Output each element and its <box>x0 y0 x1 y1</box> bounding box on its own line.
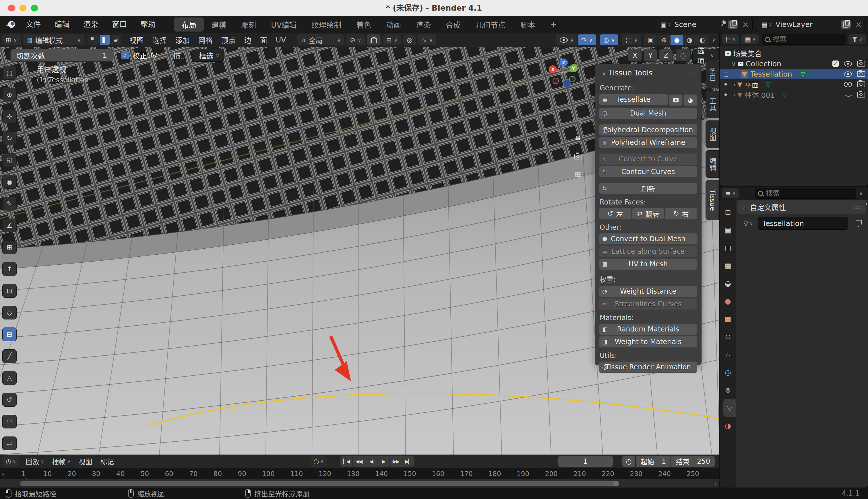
sidebar-tab-tissue[interactable]: Tissue <box>705 180 719 220</box>
disable-render-icon[interactable] <box>857 82 865 87</box>
object-row-tessellation[interactable]: ⬚ › ▼ Tessellation ▽ <box>720 69 868 79</box>
zoom-view-icon[interactable] <box>572 113 584 126</box>
mirror-axis-button[interactable]: Y <box>643 49 657 62</box>
playback-button[interactable]: ◀ <box>365 456 378 466</box>
wireframe-shading-button[interactable]: ⊕ <box>658 35 670 45</box>
orthographic-grid-icon[interactable] <box>572 168 584 181</box>
frame-tick[interactable]: 140 <box>375 470 388 477</box>
timeline-menu-item[interactable]: 标记 <box>96 456 118 466</box>
tool-button[interactable]: ⇌ <box>2 437 17 450</box>
zoom-window-button[interactable] <box>31 4 38 11</box>
mirror-axis-button[interactable]: X <box>628 49 642 62</box>
workspace-tab[interactable]: 雕刻 <box>234 17 263 32</box>
properties-tab[interactable]: ◎ <box>720 363 736 381</box>
properties-tab[interactable]: ⊡ <box>720 203 736 221</box>
tool-button[interactable]: ⊡ <box>2 284 17 298</box>
properties-tab[interactable]: ⊗ <box>720 381 736 399</box>
frame-tick[interactable]: 190 <box>517 470 529 477</box>
playback-button[interactable]: ◀◀ <box>353 456 365 466</box>
rotate-left-button[interactable]: ↺左 <box>599 208 631 219</box>
tool-button[interactable]: ⊞ <box>2 240 17 254</box>
panel-collapse-icon[interactable]: ∨Tissue Tools <box>599 69 653 77</box>
auto-keying-toggle[interactable]: ○∨ <box>310 456 327 466</box>
properties-tab[interactable]: ▦ <box>720 257 736 275</box>
cut-count-field[interactable]: 切割次数 1 <box>10 49 113 62</box>
disable-render-icon[interactable] <box>857 92 865 98</box>
sidebar-tab-view[interactable]: 视图 <box>705 120 719 148</box>
properties-tab[interactable]: ▽ <box>723 399 736 417</box>
tissue-render-animation-button[interactable]: ◎Tissue Render Animation <box>599 361 697 373</box>
timeline-menu-item[interactable]: 视图 <box>74 456 96 466</box>
weight-distance-button[interactable]: ◔Weight Distance <box>599 285 697 297</box>
properties-editor-type-button[interactable]: ≡∨ <box>722 188 739 198</box>
collection-checkbox[interactable]: ✓ <box>832 61 839 67</box>
options-dropdown[interactable]: 选项∨ <box>692 49 719 62</box>
frame-tick[interactable]: 170 <box>460 470 473 477</box>
viewport-menu-item[interactable]: 选择 <box>148 35 171 45</box>
sidebar-tab-tool[interactable]: 工具 <box>705 90 719 118</box>
xray-toggle[interactable]: ▣ <box>644 34 657 45</box>
weight-to-materials-button[interactable]: ◨Weight to Materials <box>599 336 697 348</box>
timeline-scrollbar[interactable] <box>20 481 617 486</box>
expand-icon[interactable]: › <box>736 71 739 78</box>
frame-tick[interactable]: 230 <box>630 470 643 477</box>
tool-button[interactable]: ◱ <box>2 153 17 167</box>
outliner-filter-button[interactable]: ∨ <box>848 34 866 44</box>
proportional-falloff-dropdown[interactable]: ∿∨ <box>418 34 437 45</box>
snap-toggle[interactable] <box>367 34 381 45</box>
frame-tick[interactable]: 200 <box>545 470 558 477</box>
viewport-menu-item[interactable]: 边 <box>240 35 256 45</box>
properties-tab[interactable]: ⊙ <box>720 328 736 345</box>
timeline-ruler[interactable]: › 11020304050607080901001101201301401501… <box>0 468 719 479</box>
viewport-menu-item[interactable]: 视图 <box>125 35 148 45</box>
playback-button[interactable]: ▶▶ <box>390 456 402 466</box>
viewport-menu-item[interactable]: 添加 <box>171 35 194 45</box>
duplicate-viewlayer-button[interactable] <box>841 20 851 29</box>
workspace-tab[interactable]: + <box>543 19 564 31</box>
object-row-cylinder[interactable]: › ▼ 柱体.001 ▽ <box>720 89 868 100</box>
properties-tab[interactable]: ◑ <box>720 417 736 435</box>
tool-button[interactable]: ↥ <box>2 262 17 276</box>
tool-button[interactable]: ▢ <box>2 66 17 80</box>
properties-tab[interactable]: ◒ <box>720 275 736 292</box>
tool-button[interactable]: △ <box>2 371 17 385</box>
frame-tick[interactable]: 240 <box>658 470 671 477</box>
camera-view-icon[interactable] <box>572 150 584 163</box>
outliner-display-mode-button[interactable]: ▤∨ <box>741 34 759 44</box>
outliner-editor-type-button[interactable]: ⊨∨ <box>722 34 739 44</box>
tool-button[interactable]: ╱ <box>2 349 17 363</box>
rendered-shading-button[interactable]: ◐ <box>696 35 709 45</box>
panel-drag-dots[interactable]: ∷∷ <box>854 204 862 210</box>
orientation-dropdown[interactable]: ⊿全局∨ <box>297 34 344 45</box>
frame-tick[interactable]: 180 <box>489 470 501 477</box>
hide-viewport-icon[interactable] <box>844 61 852 66</box>
gizmos-toggle[interactable]: ↷∨ <box>578 34 596 45</box>
sidebar-tab-item[interactable]: 条目 <box>705 61 719 88</box>
rotate-right-button[interactable]: ↻右 <box>665 208 697 219</box>
start-frame-field[interactable]: 起始1 <box>636 456 670 467</box>
menu-item[interactable]: 帮助 <box>134 18 163 31</box>
timeline-editor-type-button[interactable]: ◷∨ <box>2 456 19 466</box>
properties-tab[interactable]: ● <box>720 292 736 310</box>
uv-to-mesh-button[interactable]: ▩UV to Mesh <box>599 258 697 270</box>
frame-tick[interactable]: 160 <box>432 470 444 477</box>
random-materials-button[interactable]: ◧Random Materials <box>599 324 697 335</box>
rotate-flip-button[interactable]: ⇄翻转 <box>632 208 665 219</box>
frame-tick[interactable]: 220 <box>602 470 614 477</box>
tool-button[interactable]: ∡ <box>2 219 17 232</box>
vertex-select-toggle[interactable]: ▘ <box>88 35 99 45</box>
remove-viewlayer-icon[interactable]: × <box>852 18 865 31</box>
expand-icon[interactable]: › <box>733 91 736 98</box>
playback-button[interactable]: ▏◀ <box>341 456 353 466</box>
properties-tab[interactable]: ∴ <box>720 345 736 363</box>
hidden-eye-icon[interactable] <box>845 93 852 97</box>
object-row-plane[interactable]: › ▼ 平面 ▽ <box>720 79 868 89</box>
properties-search[interactable] <box>755 188 856 199</box>
use-preview-range-icon[interactable]: ◷ <box>622 456 635 467</box>
frame-tick[interactable]: 1 <box>19 470 27 477</box>
fake-user-shield-button[interactable] <box>852 218 865 229</box>
component-box-icon[interactable] <box>669 94 682 106</box>
refresh-button[interactable]: ↻刷新 <box>599 183 697 194</box>
visibility-dropdown[interactable]: ∨ <box>556 34 577 45</box>
tool-button[interactable]: ⊕ <box>2 88 17 101</box>
